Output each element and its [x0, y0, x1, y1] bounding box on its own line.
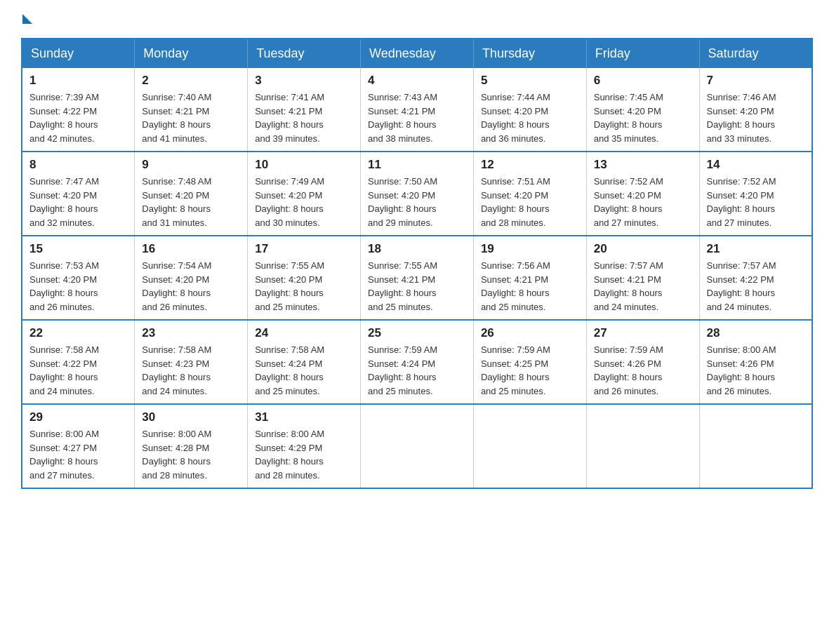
logo — [21, 14, 32, 24]
calendar-cell: 6Sunrise: 7:45 AMSunset: 4:20 PMDaylight… — [586, 68, 699, 152]
day-number: 16 — [142, 242, 240, 256]
day-info: Sunrise: 7:59 AMSunset: 4:24 PMDaylight:… — [368, 343, 466, 398]
day-number: 31 — [255, 410, 353, 424]
day-number: 25 — [368, 326, 466, 340]
day-info: Sunrise: 7:54 AMSunset: 4:20 PMDaylight:… — [142, 259, 240, 314]
day-number: 27 — [594, 326, 692, 340]
calendar-cell — [361, 404, 474, 488]
day-info: Sunrise: 7:58 AMSunset: 4:24 PMDaylight:… — [255, 343, 353, 398]
day-number: 4 — [368, 74, 466, 88]
day-info: Sunrise: 7:53 AMSunset: 4:20 PMDaylight:… — [29, 259, 127, 314]
day-info: Sunrise: 7:58 AMSunset: 4:23 PMDaylight:… — [142, 343, 240, 398]
day-info: Sunrise: 7:50 AMSunset: 4:20 PMDaylight:… — [368, 175, 466, 229]
calendar-cell — [586, 404, 699, 488]
calendar-cell: 8Sunrise: 7:47 AMSunset: 4:20 PMDaylight… — [22, 152, 135, 236]
day-info: Sunrise: 7:44 AMSunset: 4:20 PMDaylight:… — [481, 90, 579, 145]
day-number: 23 — [142, 326, 240, 340]
calendar-cell: 20Sunrise: 7:57 AMSunset: 4:21 PMDayligh… — [586, 236, 699, 320]
day-number: 26 — [481, 326, 579, 340]
calendar-cell: 29Sunrise: 8:00 AMSunset: 4:27 PMDayligh… — [22, 404, 135, 488]
weekday-header-monday: Monday — [135, 39, 248, 68]
day-info: Sunrise: 7:59 AMSunset: 4:26 PMDaylight:… — [594, 343, 692, 398]
calendar-cell: 12Sunrise: 7:51 AMSunset: 4:20 PMDayligh… — [473, 152, 586, 236]
day-number: 9 — [142, 158, 240, 172]
calendar-cell: 3Sunrise: 7:41 AMSunset: 4:21 PMDaylight… — [248, 68, 361, 152]
day-info: Sunrise: 7:55 AMSunset: 4:20 PMDaylight:… — [255, 259, 353, 314]
day-number: 18 — [368, 242, 466, 256]
day-number: 2 — [142, 74, 240, 88]
day-number: 11 — [368, 158, 466, 172]
day-info: Sunrise: 8:00 AMSunset: 4:27 PMDaylight:… — [29, 427, 127, 482]
day-number: 13 — [594, 158, 692, 172]
day-number: 7 — [707, 74, 805, 88]
calendar-cell — [473, 404, 586, 488]
day-info: Sunrise: 8:00 AMSunset: 4:26 PMDaylight:… — [707, 343, 805, 398]
day-number: 17 — [255, 242, 353, 256]
day-info: Sunrise: 8:00 AMSunset: 4:28 PMDaylight:… — [142, 427, 240, 482]
calendar-cell: 5Sunrise: 7:44 AMSunset: 4:20 PMDaylight… — [473, 68, 586, 152]
day-info: Sunrise: 7:49 AMSunset: 4:20 PMDaylight:… — [255, 175, 353, 229]
weekday-header-wednesday: Wednesday — [361, 39, 474, 68]
calendar-cell: 21Sunrise: 7:57 AMSunset: 4:22 PMDayligh… — [699, 236, 812, 320]
day-number: 21 — [707, 242, 805, 256]
day-info: Sunrise: 7:52 AMSunset: 4:20 PMDaylight:… — [707, 175, 805, 229]
calendar-cell: 4Sunrise: 7:43 AMSunset: 4:21 PMDaylight… — [361, 68, 474, 152]
day-number: 28 — [707, 326, 805, 340]
calendar-week-row: 8Sunrise: 7:47 AMSunset: 4:20 PMDaylight… — [22, 152, 812, 236]
weekday-header-friday: Friday — [586, 39, 699, 68]
day-number: 22 — [29, 326, 127, 340]
calendar-table: SundayMondayTuesdayWednesdayThursdayFrid… — [21, 38, 813, 489]
day-number: 3 — [255, 74, 353, 88]
day-number: 15 — [29, 242, 127, 256]
calendar-cell: 30Sunrise: 8:00 AMSunset: 4:28 PMDayligh… — [135, 404, 248, 488]
calendar-cell: 1Sunrise: 7:39 AMSunset: 4:22 PMDaylight… — [22, 68, 135, 152]
calendar-cell: 18Sunrise: 7:55 AMSunset: 4:21 PMDayligh… — [361, 236, 474, 320]
calendar-cell: 11Sunrise: 7:50 AMSunset: 4:20 PMDayligh… — [361, 152, 474, 236]
day-info: Sunrise: 7:58 AMSunset: 4:22 PMDaylight:… — [29, 343, 127, 398]
calendar-cell: 25Sunrise: 7:59 AMSunset: 4:24 PMDayligh… — [361, 320, 474, 404]
day-number: 6 — [594, 74, 692, 88]
day-info: Sunrise: 7:41 AMSunset: 4:21 PMDaylight:… — [255, 90, 353, 145]
calendar-cell — [699, 404, 812, 488]
day-number: 20 — [594, 242, 692, 256]
calendar-cell: 23Sunrise: 7:58 AMSunset: 4:23 PMDayligh… — [135, 320, 248, 404]
day-number: 8 — [29, 158, 127, 172]
weekday-header-thursday: Thursday — [473, 39, 586, 68]
day-info: Sunrise: 7:40 AMSunset: 4:21 PMDaylight:… — [142, 90, 240, 145]
calendar-cell: 28Sunrise: 8:00 AMSunset: 4:26 PMDayligh… — [699, 320, 812, 404]
logo-arrow-icon — [22, 14, 32, 24]
day-info: Sunrise: 7:47 AMSunset: 4:20 PMDaylight:… — [29, 175, 127, 229]
calendar-cell: 24Sunrise: 7:58 AMSunset: 4:24 PMDayligh… — [248, 320, 361, 404]
day-info: Sunrise: 7:57 AMSunset: 4:21 PMDaylight:… — [594, 259, 692, 314]
calendar-cell: 26Sunrise: 7:59 AMSunset: 4:25 PMDayligh… — [473, 320, 586, 404]
day-number: 24 — [255, 326, 353, 340]
day-info: Sunrise: 7:46 AMSunset: 4:20 PMDaylight:… — [707, 90, 805, 145]
day-info: Sunrise: 7:48 AMSunset: 4:20 PMDaylight:… — [142, 175, 240, 229]
weekday-header-tuesday: Tuesday — [248, 39, 361, 68]
calendar-cell: 7Sunrise: 7:46 AMSunset: 4:20 PMDaylight… — [699, 68, 812, 152]
day-info: Sunrise: 7:51 AMSunset: 4:20 PMDaylight:… — [481, 175, 579, 229]
day-info: Sunrise: 7:55 AMSunset: 4:21 PMDaylight:… — [368, 259, 466, 314]
calendar-cell: 17Sunrise: 7:55 AMSunset: 4:20 PMDayligh… — [248, 236, 361, 320]
day-info: Sunrise: 7:57 AMSunset: 4:22 PMDaylight:… — [707, 259, 805, 314]
day-info: Sunrise: 7:39 AMSunset: 4:22 PMDaylight:… — [29, 90, 127, 145]
day-number: 12 — [481, 158, 579, 172]
day-info: Sunrise: 7:59 AMSunset: 4:25 PMDaylight:… — [481, 343, 579, 398]
day-number: 29 — [29, 410, 127, 424]
day-number: 10 — [255, 158, 353, 172]
day-info: Sunrise: 7:52 AMSunset: 4:20 PMDaylight:… — [594, 175, 692, 229]
calendar-cell: 2Sunrise: 7:40 AMSunset: 4:21 PMDaylight… — [135, 68, 248, 152]
day-number: 5 — [481, 74, 579, 88]
day-number: 1 — [29, 74, 127, 88]
calendar-cell: 13Sunrise: 7:52 AMSunset: 4:20 PMDayligh… — [586, 152, 699, 236]
calendar-cell: 22Sunrise: 7:58 AMSunset: 4:22 PMDayligh… — [22, 320, 135, 404]
weekday-header-row: SundayMondayTuesdayWednesdayThursdayFrid… — [22, 39, 812, 68]
calendar-cell: 9Sunrise: 7:48 AMSunset: 4:20 PMDaylight… — [135, 152, 248, 236]
calendar-cell: 16Sunrise: 7:54 AMSunset: 4:20 PMDayligh… — [135, 236, 248, 320]
weekday-header-sunday: Sunday — [22, 39, 135, 68]
day-info: Sunrise: 7:56 AMSunset: 4:21 PMDaylight:… — [481, 259, 579, 314]
calendar-cell: 14Sunrise: 7:52 AMSunset: 4:20 PMDayligh… — [699, 152, 812, 236]
day-number: 19 — [481, 242, 579, 256]
day-number: 14 — [707, 158, 805, 172]
calendar-cell: 19Sunrise: 7:56 AMSunset: 4:21 PMDayligh… — [473, 236, 586, 320]
